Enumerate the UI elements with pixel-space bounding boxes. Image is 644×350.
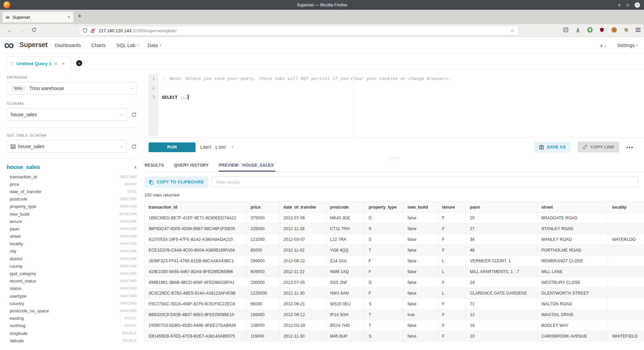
- table-header-cell[interactable]: postcode: [326, 202, 365, 213]
- collapse-table-icon[interactable]: ∧: [134, 165, 137, 170]
- bookmark-star-icon[interactable]: ☆: [510, 28, 515, 33]
- table-header-row: transaction_idpricedate_of_transferpostc…: [145, 202, 644, 213]
- results-pane: RESULTS QUERY HISTORY PREVIEW: `HOUSE_SA…: [144, 160, 644, 342]
- table-header-cell[interactable]: locality: [608, 202, 644, 213]
- cell-property-type: T: [365, 245, 404, 256]
- table-grid-icon: [11, 144, 15, 149]
- window-close-button[interactable]: ×: [635, 2, 640, 8]
- nav-dashboards[interactable]: Dashboards: [55, 43, 81, 48]
- refresh-tables-icon[interactable]: [131, 144, 137, 149]
- menu-hamburger-icon[interactable]: [635, 27, 641, 33]
- more-options-button[interactable]: •••: [626, 144, 634, 150]
- pocket-extension-icon[interactable]: [562, 27, 569, 33]
- column-list-item: paon VARCHAR: [7, 225, 137, 232]
- column-name: status: [10, 286, 21, 291]
- tab-preview-house-sales[interactable]: PREVIEW: `HOUSE_SALES`: [219, 160, 275, 172]
- table-header-cell[interactable]: street: [537, 202, 608, 213]
- cell-new-build: false: [404, 223, 438, 234]
- cell-price: 609000: [247, 266, 279, 277]
- nav-sql-lab[interactable]: SQL Lab▾: [116, 43, 139, 48]
- window-maximize-button[interactable]: ◇: [626, 3, 629, 7]
- refresh-schemas-icon[interactable]: [131, 112, 137, 118]
- run-button[interactable]: RUN: [149, 142, 196, 152]
- drag-handle-icon[interactable]: [11, 61, 13, 66]
- sql-editor[interactable]: 1 -- Note: Unless you save your query, t…: [144, 70, 644, 138]
- nav-charts[interactable]: Charts: [91, 43, 106, 48]
- insecure-lock-icon[interactable]: [91, 28, 96, 33]
- column-type: VARCHAR: [120, 175, 137, 179]
- cell-locality: [608, 245, 644, 256]
- table-row: 98F5DC47-0D05-4D59-95B7-98CA6F1FDE05 225…: [145, 223, 644, 234]
- tracking-shield-icon[interactable]: [83, 28, 88, 33]
- chevron-down-icon: ∨: [120, 113, 123, 117]
- browser-tab-close-icon[interactable]: ×: [68, 15, 70, 19]
- column-list-item: record_status VARCHAR: [7, 277, 137, 285]
- cell-date-of-transfer: 2012-03-07: [279, 234, 326, 245]
- forward-button[interactable]: →: [19, 27, 24, 33]
- cell-new-build: false: [404, 213, 438, 223]
- new-browser-tab-button[interactable]: +: [78, 12, 82, 20]
- back-button[interactable]: ←: [7, 27, 12, 33]
- cell-property-type: S: [365, 299, 404, 309]
- filter-results-input[interactable]: [212, 176, 638, 188]
- cell-price: 119000: [247, 331, 279, 342]
- copy-link-button[interactable]: COPY LINK: [578, 142, 619, 152]
- superset-favicon: ∞: [6, 14, 10, 20]
- schema-select[interactable]: house_sales ∨: [7, 108, 127, 121]
- cell-price: 1225000: [247, 288, 279, 299]
- column-name: northing: [10, 323, 25, 328]
- downloads-icon[interactable]: [575, 27, 581, 33]
- cell-transaction-id: 193907D3-5DBD-453D-A49E-9FEE27DAB926: [145, 320, 247, 331]
- cell-transaction-id: 3C3C29DC-B7B2-4BE5-914A-A38123AF403B: [145, 288, 247, 299]
- reload-button[interactable]: [32, 27, 37, 33]
- cell-property-type: F: [365, 266, 404, 277]
- cell-new-build: false: [404, 331, 438, 342]
- column-type: VARCHAR: [120, 272, 137, 275]
- add-query-tab-button[interactable]: +: [76, 60, 82, 66]
- cell-paon: CLARENCE GATE GARDENS: [466, 288, 537, 299]
- cell-postcode: NW1 6AN: [326, 288, 365, 299]
- limit-dropdown[interactable]: LIMIT: 1 000 ▾: [200, 145, 233, 150]
- column-list-item: latitude DOUBLE: [7, 337, 137, 344]
- table-header-cell[interactable]: new_build: [404, 202, 438, 213]
- tab-query-history[interactable]: QUERY HISTORY: [174, 160, 209, 172]
- cell-paon: MILL APARTMENTS, 1 - 7: [466, 266, 537, 277]
- column-type: VARCHAR: [120, 264, 137, 268]
- database-select[interactable]: trino Trino warehouse ∨: [7, 82, 137, 95]
- container-extension-icon[interactable]: [623, 27, 629, 33]
- url-bar[interactable]: 217.160.120.143:32393/superset/sqllab/ ☆: [79, 26, 518, 35]
- browser-tab[interactable]: ∞ Superset ×: [2, 11, 74, 23]
- cell-tenure: L: [438, 266, 466, 277]
- save-as-button[interactable]: SAVE AS: [534, 142, 571, 152]
- nav-add-button[interactable]: +▾: [600, 43, 606, 49]
- window-minimize-button[interactable]: ∨: [618, 3, 621, 7]
- query-tab-close-icon[interactable]: ×: [62, 61, 65, 66]
- tab-results[interactable]: RESULTS: [145, 160, 164, 172]
- query-tab[interactable]: Untitled Query 1 ×: [7, 56, 71, 70]
- cookie-extension-icon[interactable]: [611, 27, 617, 33]
- column-name: postcode_no_space: [10, 308, 49, 313]
- table-header-cell[interactable]: tenure: [438, 202, 466, 213]
- cell-property-type: T: [365, 320, 404, 331]
- table-header-cell[interactable]: property_type: [365, 202, 404, 213]
- copy-to-clipboard-button[interactable]: COPY TO CLIPBOARD: [144, 176, 208, 188]
- nav-data[interactable]: Data▾: [148, 43, 161, 48]
- table-row: ECE1D376-C9A6-4C00-B004-A380B189FA56 850…: [145, 245, 644, 256]
- splitter-grip-icon: [388, 157, 399, 160]
- table-header-cell[interactable]: date_of_transfer: [279, 202, 326, 213]
- cell-tenure: F: [438, 245, 466, 256]
- privacy-extension-icon[interactable]: [587, 27, 593, 33]
- table-select[interactable]: house_sales ∨: [7, 140, 127, 153]
- column-list-item: northing BIGINT: [7, 322, 137, 330]
- database-engine-tag: trino: [11, 85, 26, 92]
- ublock-shield-icon[interactable]: [599, 27, 605, 33]
- table-header-cell[interactable]: paon: [466, 202, 537, 213]
- table-row: BB8320C9-D82B-4B37-90E0-9FEE05095E10 195…: [145, 309, 644, 320]
- nav-settings[interactable]: Settings▾: [617, 43, 638, 48]
- cell-transaction-id: 98F5DC47-0D05-4D59-95B7-98CA6F1FDE05: [145, 223, 247, 234]
- table-header-cell[interactable]: transaction_id: [145, 202, 247, 213]
- pane-splitter[interactable]: [144, 157, 644, 160]
- cell-transaction-id: BB8320C9-D82B-4B37-90E0-9FEE05095E10: [145, 309, 247, 320]
- table-header-cell[interactable]: price: [247, 202, 279, 213]
- cell-paon: 46: [466, 245, 537, 256]
